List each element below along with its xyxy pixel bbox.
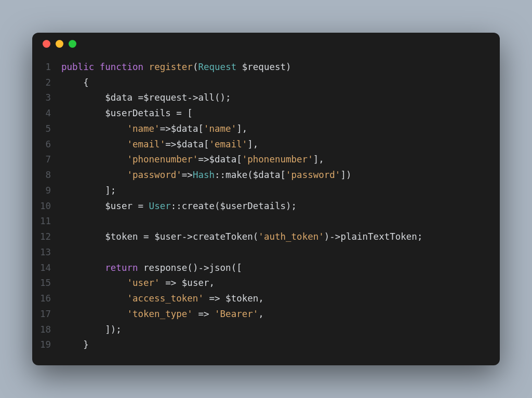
code-line: 16 'access_token' => $token,	[32, 291, 500, 307]
token-var: $data	[171, 123, 198, 134]
code-content: $token = $user->createToken('auth_token'…	[61, 229, 500, 245]
token-punc: ::	[215, 170, 225, 180]
token-punc: ();	[215, 92, 231, 103]
token-punc	[143, 62, 149, 72]
token-str: 'phonenumber'	[242, 154, 313, 164]
token-punc	[61, 154, 127, 164]
line-number: 6	[32, 137, 61, 153]
code-content: {	[61, 75, 500, 91]
token-punc: }	[61, 339, 89, 350]
line-number: 19	[32, 337, 61, 353]
token-punc	[138, 263, 144, 273]
code-content: 'email'=>$data['email'],	[61, 137, 500, 153]
code-line: 14 return response()->json([	[32, 260, 500, 276]
token-var: $request	[143, 92, 187, 103]
code-line: 9 ];	[32, 183, 500, 199]
line-number: 17	[32, 307, 61, 322]
token-punc: ,	[209, 278, 215, 288]
token-str: 'name'	[127, 123, 159, 134]
code-content: 'user' => $user,	[61, 276, 500, 291]
token-method: createToken	[193, 231, 253, 242]
token-method: create	[182, 201, 215, 211]
token-var: $userDetails	[220, 201, 286, 211]
token-var: $token	[225, 293, 258, 304]
token-punc: ([	[231, 263, 242, 273]
code-content: }	[61, 337, 500, 353]
token-punc	[61, 92, 105, 103]
code-editor[interactable]: 1public function register(Request $reque…	[32, 56, 500, 365]
code-line: 10 $user = User::create($userDetails);	[32, 199, 500, 214]
token-arrow: ()->	[187, 263, 209, 273]
token-punc: ];	[61, 185, 116, 196]
token-arrow: =>	[193, 309, 215, 319]
token-punc: [	[236, 154, 242, 164]
code-line: 11	[32, 214, 500, 229]
line-number: 13	[32, 245, 61, 260]
token-punc: ,	[258, 309, 264, 319]
token-str: 'name'	[204, 123, 236, 134]
token-str: 'email'	[209, 139, 248, 149]
code-line: 6 'email'=>$data['email'],	[32, 137, 500, 153]
line-number: 2	[32, 75, 61, 91]
token-method: plainTextToken	[340, 231, 417, 242]
code-content	[61, 245, 500, 260]
code-line: 8 'password'=>Hash::make($data['password…	[32, 168, 500, 183]
token-punc: ],	[313, 154, 324, 164]
minimize-icon[interactable]	[56, 40, 63, 48]
code-content: 'phonenumber'=>$data['phonenumber'],	[61, 152, 500, 168]
code-content: 'access_token' => $token,	[61, 291, 500, 307]
token-kw: return	[105, 263, 138, 273]
titlebar	[32, 33, 500, 56]
code-content: $user = User::create($userDetails);	[61, 199, 500, 214]
token-str: 'token_type'	[127, 309, 192, 319]
token-op: =	[132, 201, 149, 211]
close-icon[interactable]	[43, 40, 50, 48]
token-str: 'password'	[127, 170, 181, 180]
token-punc: ])	[340, 170, 351, 180]
token-fn: register	[149, 62, 193, 72]
code-window: 1public function register(Request $reque…	[32, 33, 500, 365]
token-punc: [	[204, 139, 209, 149]
line-number: 8	[32, 168, 61, 183]
code-content: public function register(Request $reques…	[61, 60, 500, 75]
token-punc	[236, 62, 242, 72]
token-arrow: ->	[187, 92, 198, 103]
maximize-icon[interactable]	[69, 40, 76, 48]
token-punc: (	[215, 201, 220, 211]
code-line: 19 }	[32, 337, 500, 353]
token-punc	[61, 278, 127, 288]
code-line: 15 'user' => $user,	[32, 276, 500, 291]
code-line: 3 $data =$request->all();	[32, 90, 500, 106]
code-line: 4 $userDetails = [	[32, 106, 500, 121]
token-arrow: =>	[160, 278, 182, 288]
code-content: return response()->json([	[61, 260, 500, 276]
line-number: 7	[32, 152, 61, 168]
token-punc: )	[286, 62, 291, 72]
token-var: $userDetails	[105, 108, 170, 118]
token-punc	[61, 201, 105, 211]
token-var: $request	[242, 62, 286, 72]
token-kw: public	[61, 62, 94, 72]
line-number: 18	[32, 322, 61, 338]
token-var: $data	[105, 92, 132, 103]
code-content: $userDetails = [	[61, 106, 500, 121]
line-number: 3	[32, 90, 61, 106]
token-punc	[61, 170, 127, 180]
token-punc: );	[286, 201, 297, 211]
token-punc: {	[61, 77, 89, 88]
code-content: ]);	[61, 322, 500, 338]
code-content: $data =$request->all();	[61, 90, 500, 106]
code-line: 5 'name'=>$data['name'],	[32, 121, 500, 137]
line-number: 16	[32, 291, 61, 307]
token-arrow: =>	[165, 139, 176, 149]
token-punc	[61, 123, 127, 134]
token-punc: ],	[236, 123, 247, 134]
line-number: 10	[32, 199, 61, 214]
token-str: 'access_token'	[127, 293, 204, 304]
code-line: 2 {	[32, 75, 500, 91]
code-line: 12 $token = $user->createToken('auth_tok…	[32, 229, 500, 245]
token-punc	[61, 139, 127, 149]
token-punc	[61, 293, 127, 304]
token-var: $data	[209, 154, 236, 164]
token-str: 'user'	[127, 278, 159, 288]
